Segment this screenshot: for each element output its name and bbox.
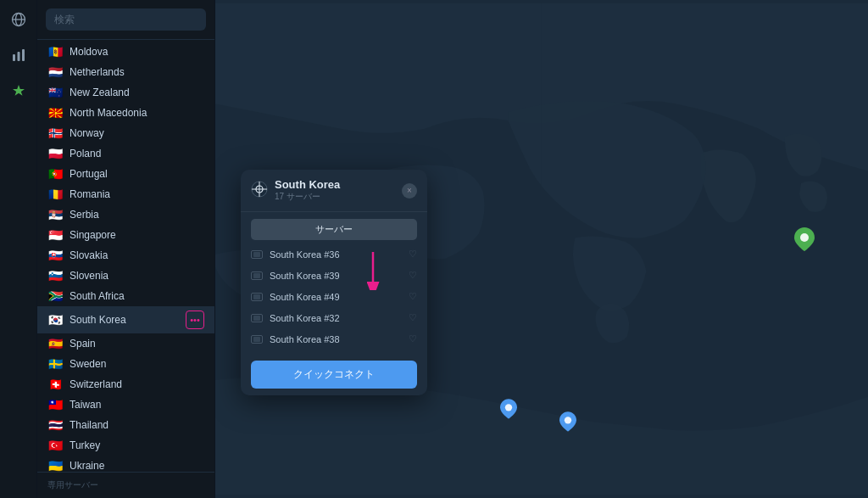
country-flag: 🇲🇰 <box>47 107 63 119</box>
country-name: Slovakia <box>70 249 204 261</box>
country-list: 🇲🇩 Moldova 🇳🇱 Netherlands 🇳🇿 New Zealand… <box>37 40 214 472</box>
icon-bar <box>0 0 37 498</box>
server-item[interactable]: South Korea #32 ♡ <box>241 307 427 328</box>
server-name: South Korea #38 <box>270 334 402 344</box>
heart-icon[interactable]: ♡ <box>409 333 417 344</box>
country-item[interactable]: 🇰🇷 South Korea ••• <box>37 306 214 333</box>
heart-icon[interactable]: ♡ <box>409 312 417 323</box>
country-name: North Macedonia <box>70 107 204 119</box>
pin-server-2[interactable] <box>500 399 520 422</box>
country-name: Ukraine <box>70 460 204 472</box>
country-name: Turkey <box>70 439 204 451</box>
star-icon[interactable] <box>9 81 28 100</box>
country-flag: 🇹🇼 <box>47 399 63 411</box>
country-item[interactable]: 🇳🇴 Norway <box>37 123 214 143</box>
server-icon <box>251 271 263 280</box>
svg-rect-3 <box>13 54 15 61</box>
country-item[interactable]: 🇸🇮 Slovenia <box>37 266 214 286</box>
country-flag: 🇳🇱 <box>47 66 63 78</box>
server-icon <box>251 250 263 259</box>
country-name: Romania <box>70 188 204 200</box>
country-flag: 🇸🇪 <box>47 358 63 370</box>
server-icon <box>251 314 263 322</box>
country-name: Portugal <box>70 168 204 180</box>
country-item[interactable]: 🇲🇰 North Macedonia <box>37 103 214 123</box>
server-icon <box>251 293 263 301</box>
globe-icon[interactable] <box>9 10 28 29</box>
svg-rect-4 <box>17 52 19 61</box>
country-name: Serbia <box>70 209 204 221</box>
server-name: South Korea #32 <box>270 313 402 323</box>
country-flag: 🇰🇷 <box>47 314 63 326</box>
country-item[interactable]: 🇵🇹 Portugal <box>37 164 214 184</box>
country-item[interactable]: 🇳🇱 Netherlands <box>37 62 214 82</box>
country-flag: 🇨🇭 <box>47 378 63 390</box>
pin-connected[interactable] <box>794 227 815 251</box>
country-name: Norway <box>70 127 204 139</box>
svg-point-11 <box>505 404 512 411</box>
popup-title: South Korea <box>275 178 395 191</box>
popup-close-button[interactable]: × <box>402 183 417 199</box>
heart-icon[interactable]: ♡ <box>409 270 417 281</box>
server-name: South Korea #36 <box>270 249 402 260</box>
more-button[interactable]: ••• <box>186 311 204 329</box>
country-name: South Korea <box>70 314 179 326</box>
country-flag: 🇲🇩 <box>47 46 63 58</box>
country-item[interactable]: 🇿🇦 South Africa <box>37 286 214 306</box>
popup-header: South Korea 17 サーバー × <box>241 170 427 212</box>
country-item[interactable]: 🇵🇱 Poland <box>37 143 214 164</box>
country-name: Poland <box>70 148 204 159</box>
pin-server-3[interactable] <box>559 411 580 435</box>
country-item[interactable]: 🇸🇪 Sweden <box>37 354 214 374</box>
country-flag: 🇸🇰 <box>47 249 63 261</box>
popup-tabs: サーバー <box>241 212 427 243</box>
server-item[interactable]: South Korea #36 ♡ <box>241 243 427 265</box>
map-area: South Korea 17 サーバー × サーバー South Korea #… <box>215 0 868 498</box>
svg-rect-5 <box>22 49 25 61</box>
heart-icon[interactable]: ♡ <box>409 291 417 302</box>
server-icon <box>251 335 263 344</box>
heart-icon[interactable]: ♡ <box>409 249 417 260</box>
country-item[interactable]: 🇳🇿 New Zealand <box>37 82 214 103</box>
country-item[interactable]: 🇸🇬 Singapore <box>37 225 214 245</box>
server-name: South Korea #39 <box>270 271 402 281</box>
country-flag: 🇵🇹 <box>47 168 63 180</box>
country-item[interactable]: 🇺🇦 Ukraine <box>37 456 214 472</box>
search-input[interactable] <box>46 8 206 31</box>
country-item[interactable]: 🇲🇩 Moldova <box>37 42 214 62</box>
country-flag: 🇹🇷 <box>47 439 63 451</box>
country-name: Thailand <box>70 419 204 431</box>
country-name: Spain <box>70 338 204 350</box>
country-item[interactable]: 🇷🇸 Serbia <box>37 204 214 225</box>
search-bar <box>37 0 214 40</box>
country-name: New Zealand <box>70 87 204 98</box>
country-item[interactable]: 🇷🇴 Romania <box>37 184 214 204</box>
country-item[interactable]: 🇹🇭 Thailand <box>37 415 214 435</box>
server-item[interactable]: South Korea #38 ♡ <box>241 328 427 350</box>
quick-connect-button[interactable]: クイックコネクト <box>251 361 417 389</box>
svg-point-9 <box>800 233 809 242</box>
country-flag: 🇪🇸 <box>47 338 63 350</box>
country-item[interactable]: 🇹🇷 Turkey <box>37 435 214 456</box>
country-item[interactable]: 🇨🇭 Switzerland <box>37 374 214 394</box>
country-flag: 🇷🇸 <box>47 209 63 221</box>
country-item[interactable]: 🇹🇼 Taiwan <box>37 394 214 415</box>
server-item[interactable]: South Korea #39 ♡ <box>241 265 427 286</box>
country-flag: 🇹🇭 <box>47 419 63 431</box>
dedicated-servers-label: 専用サーバー <box>37 472 214 498</box>
country-item[interactable]: 🇸🇰 Slovakia <box>37 245 214 266</box>
popup-tab-servers[interactable]: サーバー <box>251 219 417 240</box>
country-flag: 🇺🇦 <box>47 460 63 472</box>
svg-point-12 <box>565 417 571 423</box>
country-item[interactable]: 🇪🇸 Spain <box>37 333 214 354</box>
server-item[interactable]: South Korea #45 ♡ <box>241 350 427 354</box>
popup-title-area: South Korea 17 サーバー <box>275 178 395 203</box>
country-flag: 🇿🇦 <box>47 290 63 302</box>
country-name: Moldova <box>70 46 204 58</box>
country-flag: 🇳🇴 <box>47 127 63 139</box>
country-name: Netherlands <box>70 66 204 78</box>
server-item[interactable]: South Korea #49 ♡ <box>241 286 427 307</box>
chart-icon[interactable] <box>9 46 28 64</box>
country-panel: 🇲🇩 Moldova 🇳🇱 Netherlands 🇳🇿 New Zealand… <box>37 0 215 498</box>
country-name: South Africa <box>70 290 204 302</box>
